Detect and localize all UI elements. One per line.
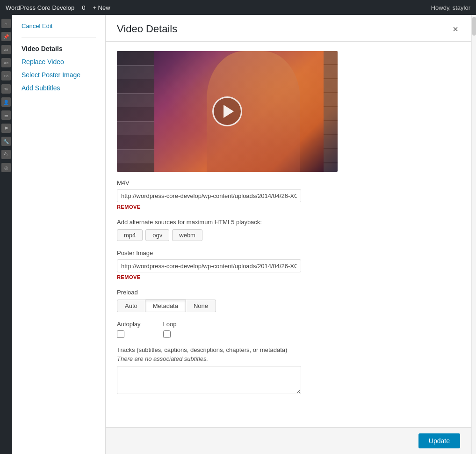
- loop-label: Loop: [163, 321, 177, 328]
- sidebar-icon-list[interactable]: ☰: [1, 110, 11, 120]
- m4v-remove-link[interactable]: REMOVE: [117, 204, 141, 210]
- poster-remove-link[interactable]: REMOVE: [117, 274, 141, 280]
- preload-metadata-button[interactable]: Metadata: [145, 300, 186, 312]
- dialog-title: Video Details: [117, 23, 177, 35]
- preload-none-button[interactable]: None: [186, 300, 216, 312]
- panel-divider: [22, 37, 96, 37]
- admin-bar-right: Howdy, staylor: [431, 4, 470, 11]
- site-name[interactable]: WordPress Core Develop: [6, 4, 74, 11]
- sidebar-icon-ca[interactable]: Ca: [1, 71, 11, 81]
- user-greeting: Howdy, staylor: [431, 4, 470, 11]
- poster-image-group: Poster Image REMOVE: [117, 249, 460, 280]
- admin-bar-left: WordPress Core Develop 0 + New: [6, 4, 110, 11]
- m4v-label: M4V: [117, 179, 460, 186]
- autoplay-label: Autoplay: [117, 321, 141, 328]
- preload-auto-button[interactable]: Auto: [117, 300, 145, 312]
- autoplay-item: Autoplay: [117, 321, 141, 338]
- alt-buttons-row: mp4 ogv webm: [117, 229, 460, 241]
- sidebar-icon-pin[interactable]: 📌: [1, 32, 11, 41]
- sidebar-icon-users[interactable]: 👤: [1, 97, 11, 107]
- tracks-sublabel: There are no associated subtitles.: [117, 355, 460, 362]
- play-icon: [224, 105, 234, 118]
- sidebar-item-select-poster[interactable]: Select Poster Image: [22, 71, 96, 79]
- scrollbar-thumb[interactable]: [472, 17, 476, 36]
- new-item[interactable]: + New: [93, 4, 110, 11]
- sidebar-icon-circle[interactable]: ◎: [1, 163, 11, 172]
- loop-item: Loop: [163, 321, 177, 338]
- sidebar-icon-ta[interactable]: Ta: [1, 84, 11, 94]
- dialog-footer: Update: [106, 427, 471, 454]
- poster-image-label: Poster Image: [117, 249, 460, 256]
- sidebar-item-replace-video[interactable]: Replace Video: [22, 58, 96, 66]
- main-content: Video Details × M4V REMOVE: [106, 15, 471, 454]
- preload-label: Preload: [117, 289, 460, 296]
- panel-sidebar: Cancel Edit Video Details Replace Video …: [12, 15, 106, 454]
- alt-button-mp4[interactable]: mp4: [117, 229, 143, 241]
- alt-sources-group: Add alternate sources for maximum HTML5 …: [117, 219, 460, 241]
- tracks-textarea[interactable]: [117, 366, 301, 394]
- alt-button-ogv[interactable]: ogv: [145, 229, 169, 241]
- checkbox-row: Autoplay Loop: [117, 321, 460, 338]
- admin-bar: WordPress Core Develop 0 + New Howdy, st…: [0, 0, 476, 15]
- video-thumbnail: [117, 51, 338, 172]
- scrollbar-area[interactable]: [471, 15, 476, 454]
- icon-sidebar: ⌂ 📌 All Ad Ca Ta 👤 ☰ ⚑ 🔧 🔌 ◎: [0, 15, 12, 454]
- sidebar-item-add-subtitles[interactable]: Add Subtitles: [22, 84, 96, 92]
- sidebar-item-video-details[interactable]: Video Details: [22, 45, 96, 52]
- tracks-label: Tracks (subtitles, captions, description…: [117, 346, 460, 353]
- main-layout: ⌂ 📌 All Ad Ca Ta 👤 ☰ ⚑ 🔧 🔌 ◎ Cancel Edit…: [0, 15, 476, 454]
- close-button[interactable]: ×: [451, 22, 460, 36]
- alt-sources-label: Add alternate sources for maximum HTML5 …: [117, 219, 460, 226]
- dialog-header: Video Details ×: [106, 15, 471, 42]
- sidebar-icon-tools[interactable]: 🔧: [1, 137, 11, 146]
- m4v-input[interactable]: [117, 189, 301, 202]
- alt-button-webm[interactable]: webm: [172, 229, 202, 241]
- sidebar-icon-plugins[interactable]: 🔌: [1, 150, 11, 159]
- comments-count[interactable]: 0: [82, 4, 85, 11]
- poster-image-input[interactable]: [117, 259, 301, 272]
- cancel-edit-link[interactable]: Cancel Edit: [22, 22, 96, 29]
- sidebar-icon-home[interactable]: ⌂: [1, 19, 11, 28]
- sidebar-icon-add[interactable]: Ad: [1, 58, 11, 67]
- m4v-field-group: M4V REMOVE: [117, 179, 460, 210]
- tracks-group: Tracks (subtitles, captions, description…: [117, 346, 460, 395]
- loop-checkbox[interactable]: [163, 330, 171, 338]
- preload-buttons-row: Auto Metadata None: [117, 300, 460, 312]
- sidebar-icon-flag[interactable]: ⚑: [1, 124, 11, 133]
- dialog-body: M4V REMOVE Add alternate sources for max…: [106, 42, 471, 413]
- preload-group: Preload Auto Metadata None: [117, 289, 460, 312]
- play-button[interactable]: [212, 96, 242, 126]
- update-button[interactable]: Update: [418, 433, 460, 448]
- autoplay-checkbox[interactable]: [117, 330, 124, 338]
- sidebar-icon-all[interactable]: All: [1, 45, 11, 54]
